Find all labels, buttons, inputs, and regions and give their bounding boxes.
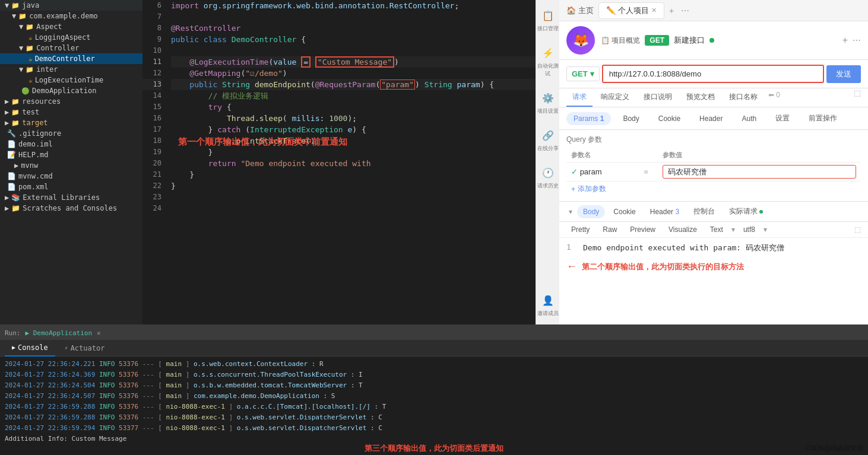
copy-icon[interactable]: ⬚ bbox=[854, 88, 861, 107]
tab-api-name[interactable]: 接口名称 bbox=[723, 88, 764, 107]
tab-request[interactable]: 请求 bbox=[566, 88, 593, 107]
response-text: Demo endpoint executed with param: 码农研究僧 bbox=[583, 243, 784, 253]
tree-item-java[interactable]: ▼ 📁 java bbox=[0, 0, 142, 11]
tree-item-test[interactable]: ▶ 📁 test bbox=[0, 107, 142, 117]
format-visualize[interactable]: Visualize bbox=[664, 224, 702, 235]
api-sidebar: 📋 接口管理 ⚡ 自动化测试 ⚙️ 项目设置 🔗 在线分享 bbox=[536, 0, 559, 324]
tree-item-scratches[interactable]: ▶ 📁 Scratches and Consoles bbox=[0, 203, 142, 214]
add-param-button[interactable]: + 添加参数 bbox=[566, 182, 611, 196]
params-tab-params[interactable]: Params 1 bbox=[566, 112, 611, 125]
console-line: 2024-01-27 22:36:24.369 INFO 53376 --- [… bbox=[5, 370, 863, 380]
method-select[interactable]: GET ▾ bbox=[566, 66, 600, 81]
tree-item-ext-libs[interactable]: ▶ 📚 External Libraries bbox=[0, 192, 142, 203]
params-tab-settings[interactable]: 设置 bbox=[768, 111, 797, 126]
format-copy-icon[interactable]: ⬚ bbox=[854, 225, 861, 234]
send-button[interactable]: 发送 bbox=[826, 65, 861, 83]
tree-item-help-md[interactable]: 📝 HELP.md bbox=[0, 149, 142, 160]
home-button[interactable]: 🏠 主页 bbox=[566, 5, 594, 16]
response-tab-cookie[interactable]: Cookie bbox=[607, 205, 641, 218]
tab-api-desc[interactable]: 接口说明 bbox=[638, 88, 678, 107]
response-expand-button[interactable]: ▾ bbox=[566, 205, 575, 218]
format-pretty[interactable]: Pretty bbox=[566, 224, 594, 235]
response-body: 1 Demo endpoint executed with param: 码农研… bbox=[559, 238, 868, 258]
param-value-input[interactable] bbox=[663, 165, 856, 179]
tree-item-demo-iml[interactable]: 📄 demo.iml bbox=[0, 139, 142, 149]
personal-project-tab[interactable]: ✏️ 个人项目 ✕ bbox=[598, 2, 664, 19]
api-logo: 🦊 bbox=[566, 26, 595, 55]
code-lines: import org.springframework.web.bind.anno… bbox=[166, 0, 536, 214]
params-tab-body[interactable]: Body bbox=[616, 112, 646, 125]
sidebar-icon-interface[interactable]: 📋 接口管理 bbox=[537, 7, 559, 33]
java-icon: ☕ bbox=[28, 34, 33, 42]
folder-icon: 📁 bbox=[11, 119, 20, 127]
url-bar: GET ▾ 发送 bbox=[559, 60, 868, 88]
params-tab-auth[interactable]: Auth bbox=[734, 112, 764, 125]
tree-item-controller[interactable]: ▼ 📁 Controller bbox=[0, 43, 142, 53]
tree-item-inter[interactable]: ▼ 📁 inter bbox=[0, 64, 142, 75]
add-tab-button[interactable]: + bbox=[669, 6, 674, 15]
tree-item-demoapplication[interactable]: 🟢 DemoApplication bbox=[0, 85, 142, 96]
close-tab-button[interactable]: ✕ bbox=[651, 7, 657, 14]
tree-item-loggingaspect[interactable]: ☕ LoggingAspect bbox=[0, 32, 142, 43]
tree-item-aspect[interactable]: ▼ 📁 Aspect bbox=[0, 21, 142, 32]
annotation-second: ← 第二个顺序输出值，此为切面类执行的目标方法 bbox=[559, 258, 868, 275]
folder-icon: 📁 bbox=[26, 23, 34, 31]
sidebar-icon-auto-test[interactable]: ⚡ 自动化测试 bbox=[536, 44, 559, 78]
params-tabs: Params 1 Body Cookie Header Auth 设置 前置操作 bbox=[559, 107, 868, 130]
more-tabs-button[interactable]: ⋯ bbox=[681, 6, 689, 15]
format-text[interactable]: Text bbox=[705, 224, 728, 235]
console-tab-console[interactable]: ▶ Console bbox=[5, 340, 55, 357]
tab-preview-doc[interactable]: 预览文档 bbox=[680, 88, 721, 107]
java-icon: ☕ bbox=[28, 55, 33, 63]
more-options-button[interactable]: ⋯ bbox=[853, 36, 861, 45]
tab-response-def[interactable]: 响应定义 bbox=[595, 88, 635, 107]
tree-item-democontroller[interactable]: ☕ DemoController bbox=[0, 53, 142, 64]
response-tab-header[interactable]: Header 3 bbox=[644, 205, 685, 218]
format-preview[interactable]: Preview bbox=[625, 224, 660, 235]
console-tab-actuator[interactable]: ⚡ Actuator bbox=[58, 340, 112, 357]
bottom-panel: Run: ▶ DemoApplication ✕ ▶ Console ⚡ Act… bbox=[0, 324, 868, 455]
url-input[interactable] bbox=[602, 65, 824, 83]
overview-button[interactable]: 📋 项目概览 bbox=[601, 36, 640, 46]
tree-item-pom[interactable]: 📄 pom.xml bbox=[0, 182, 142, 192]
sidebar-icon-history[interactable]: 🕐 请求历史 bbox=[537, 164, 559, 190]
api-panel-header: 🏠 主页 ✏️ 个人项目 ✕ + ⋯ bbox=[559, 0, 868, 21]
console-line: 2024-01-27 22:36:59.288 INFO 53376 --- [… bbox=[5, 412, 863, 423]
response-tab-body[interactable]: Body bbox=[577, 205, 605, 218]
console-line: 2024-01-27 22:36:59.288 INFO 53376 --- [… bbox=[5, 402, 863, 412]
api-header-row: 🦊 📋 项目概览 GET 新建接口 + bbox=[559, 21, 868, 60]
editor-content: 6 7 8 9 10 11 12 13 14 15 16 17 18 19 20… bbox=[142, 0, 536, 214]
sidebar-icon-invite[interactable]: 👤 邀请成员 bbox=[537, 292, 559, 317]
api-main: 🏠 主页 ✏️ 个人项目 ✕ + ⋯ bbox=[559, 0, 868, 324]
tree-item-resources[interactable]: ▶ 📁 resources bbox=[0, 96, 142, 107]
sidebar-icon-share[interactable]: 🔗 在线分享 bbox=[537, 127, 559, 152]
format-raw[interactable]: Raw bbox=[598, 224, 622, 235]
tree-item-com-example[interactable]: ▼ 📁 com.example.demo bbox=[0, 11, 142, 21]
params-tab-header[interactable]: Header bbox=[692, 112, 730, 125]
folder-icon: 📁 bbox=[18, 12, 27, 20]
tree-item-logexecutiontime[interactable]: ☕ LogExecutionTime bbox=[0, 75, 142, 85]
response-tab-console[interactable]: 控制台 bbox=[688, 204, 721, 219]
run-bar: Run: ▶ DemoApplication ✕ bbox=[0, 326, 868, 340]
app-run-button[interactable]: ▶ DemoApplication bbox=[26, 329, 93, 337]
add-endpoint-button[interactable]: + bbox=[842, 35, 848, 46]
format-encoding[interactable]: utf8 bbox=[739, 224, 760, 235]
params-table: 参数名 参数值 ✓ param bbox=[566, 148, 861, 182]
response-tab-actual-req[interactable]: 实际请求 bbox=[723, 204, 769, 219]
params-tab-pre-ops[interactable]: 前置操作 bbox=[802, 111, 844, 126]
sidebar-icon-settings[interactable]: ⚙️ 项目设置 bbox=[537, 90, 559, 115]
response-line-num: 1 bbox=[566, 243, 576, 253]
more-tabs-indicator: ⬅ 0 bbox=[766, 88, 783, 107]
response-format-bar: Pretty Raw Preview Visualize Text ▾ utf8… bbox=[559, 222, 868, 238]
run-label: Run: bbox=[5, 329, 21, 337]
response-line: 1 Demo endpoint executed with param: 码农研… bbox=[566, 243, 861, 253]
tree-item-mvnw[interactable]: ▶ mvnw bbox=[0, 160, 142, 171]
close-run-button[interactable]: ✕ bbox=[97, 329, 101, 337]
console-line: 2024-01-27 22:36:59.294 INFO 53377 --- [… bbox=[5, 423, 863, 434]
response-tabs: ▾ Body Cookie Header 3 控制台 实际请求 bbox=[559, 202, 868, 222]
params-tab-cookie[interactable]: Cookie bbox=[651, 112, 688, 125]
col-eq-header bbox=[634, 148, 658, 163]
tree-item-gitignore[interactable]: 🔧 .gitignore bbox=[0, 128, 142, 139]
tree-item-mvnwcmd[interactable]: 📄 mvnw.cmd bbox=[0, 171, 142, 182]
tree-item-target[interactable]: ▶ 📁 target bbox=[0, 117, 142, 128]
